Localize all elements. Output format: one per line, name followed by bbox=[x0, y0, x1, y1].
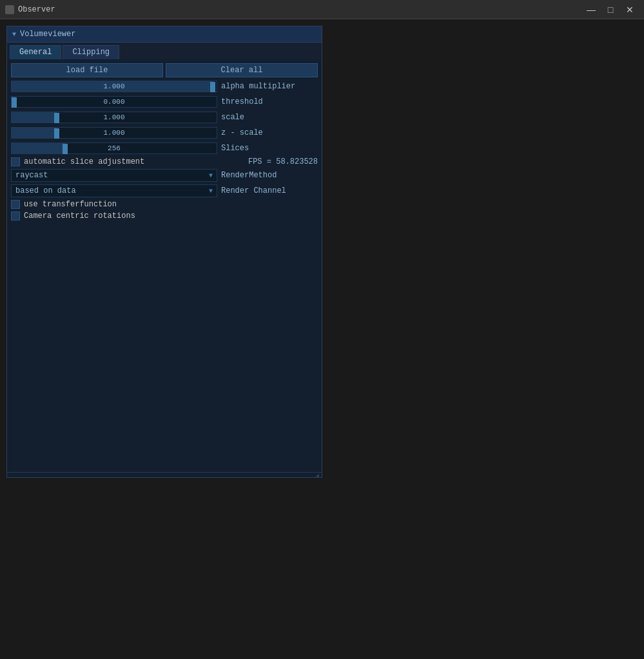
alpha-multiplier-label: alpha multiplier bbox=[221, 82, 295, 91]
render-method-dropdown[interactable]: raycast ▼ bbox=[11, 169, 217, 182]
render-method-label: RenderMethod bbox=[221, 171, 277, 180]
render-channel-arrow: ▼ bbox=[209, 188, 213, 195]
z-scale-row: 1.000 z - scale bbox=[11, 126, 318, 139]
alpha-multiplier-slider[interactable]: 1.000 bbox=[11, 81, 217, 92]
maximize-button[interactable]: □ bbox=[601, 3, 620, 17]
threshold-slider[interactable]: 0.000 bbox=[11, 96, 217, 108]
panel-resize-handle[interactable]: ◢ bbox=[7, 472, 322, 477]
scale-label: scale bbox=[221, 113, 244, 122]
transferfunction-row: use transferfunction bbox=[11, 200, 318, 209]
render-channel-value: based on data bbox=[15, 186, 76, 195]
slices-value: 256 bbox=[12, 144, 217, 152]
render-method-value: raycast bbox=[15, 171, 48, 180]
window-controls: — □ ✕ bbox=[582, 3, 639, 17]
camera-centric-checkbox[interactable] bbox=[11, 211, 20, 221]
auto-slice-row: automatic slice adjustment FPS = 58.8235… bbox=[11, 157, 318, 166]
render-method-arrow: ▼ bbox=[209, 172, 213, 179]
camera-centric-row: Camera centric rotations bbox=[11, 211, 318, 221]
titlebar: Observer — □ ✕ bbox=[0, 0, 644, 19]
panel-header: ▼ Volumeviewer bbox=[7, 26, 322, 43]
alpha-multiplier-row: 1.000 alpha multiplier bbox=[11, 80, 318, 93]
main-content: ▼ Volumeviewer General Clipping load fil… bbox=[0, 19, 644, 484]
slices-slider[interactable]: 256 bbox=[11, 143, 217, 154]
tab-general[interactable]: General bbox=[10, 45, 61, 59]
scale-value: 1.000 bbox=[12, 113, 217, 121]
minimize-button[interactable]: — bbox=[582, 3, 600, 17]
panel-collapse-arrow[interactable]: ▼ bbox=[12, 31, 16, 38]
titlebar-left: Observer bbox=[5, 5, 55, 14]
z-scale-value: 1.000 bbox=[12, 129, 217, 137]
panel-body: load file Clear all 1.000 alpha multipli… bbox=[7, 59, 322, 472]
render-channel-row: based on data ▼ Render Channel bbox=[11, 184, 318, 197]
auto-slice-checkbox[interactable] bbox=[11, 157, 20, 166]
camera-centric-label: Camera centric rotations bbox=[24, 211, 135, 221]
alpha-multiplier-value: 1.000 bbox=[12, 83, 217, 90]
app-icon bbox=[5, 5, 14, 14]
render-channel-label: Render Channel bbox=[221, 186, 286, 195]
tab-bar: General Clipping bbox=[7, 43, 322, 59]
transferfunction-checkbox[interactable] bbox=[11, 200, 20, 209]
threshold-row: 0.000 threshold bbox=[11, 95, 318, 108]
fps-display: FPS = 58.823528 bbox=[248, 157, 318, 166]
render-method-row: raycast ▼ RenderMethod bbox=[11, 169, 318, 182]
panel-empty-space bbox=[11, 223, 318, 468]
render-channel-dropdown[interactable]: based on data ▼ bbox=[11, 184, 217, 197]
threshold-label: threshold bbox=[221, 97, 263, 106]
slices-row: 256 Slices bbox=[11, 142, 318, 155]
tab-clipping[interactable]: Clipping bbox=[63, 45, 119, 59]
close-button[interactable]: ✕ bbox=[621, 3, 639, 17]
load-file-button[interactable]: load file bbox=[11, 63, 163, 77]
volumeviewer-panel: ▼ Volumeviewer General Clipping load fil… bbox=[6, 26, 322, 478]
threshold-value: 0.000 bbox=[12, 98, 217, 106]
window-title: Observer bbox=[18, 5, 55, 14]
scale-row: 1.000 scale bbox=[11, 111, 318, 124]
slices-label: Slices bbox=[221, 144, 249, 153]
z-scale-slider[interactable]: 1.000 bbox=[11, 127, 217, 139]
auto-slice-label: automatic slice adjustment bbox=[24, 157, 144, 166]
transferfunction-label: use transferfunction bbox=[24, 200, 117, 209]
action-buttons-row: load file Clear all bbox=[11, 63, 318, 77]
panel-title: Volumeviewer bbox=[20, 30, 75, 39]
scale-slider[interactable]: 1.000 bbox=[11, 112, 217, 123]
clear-all-button[interactable]: Clear all bbox=[166, 63, 318, 77]
z-scale-label: z - scale bbox=[221, 128, 263, 137]
resize-icon: ◢ bbox=[315, 471, 319, 479]
